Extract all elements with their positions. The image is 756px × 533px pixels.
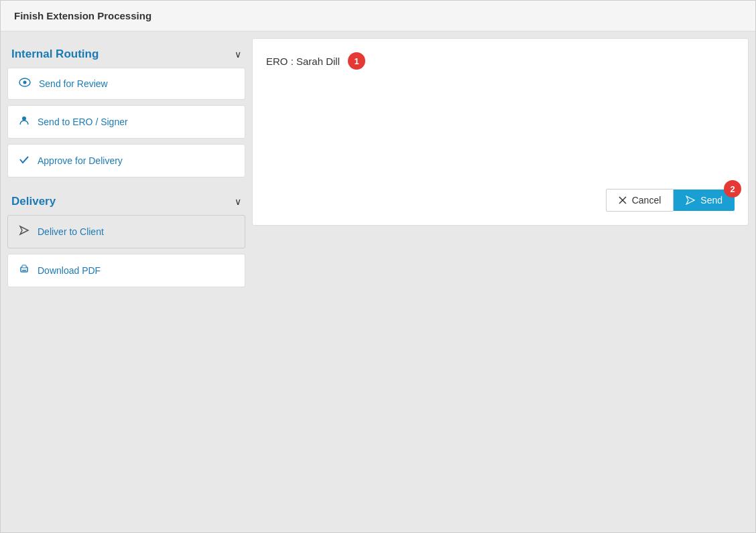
delivery-section: Delivery ∨ Deliver to Client	[7, 185, 245, 293]
svg-point-1	[23, 81, 27, 84]
download-pdf-label: Download PDF	[38, 265, 101, 276]
internal-routing-header[interactable]: Internal Routing ∨	[7, 38, 245, 68]
svg-rect-6	[22, 270, 26, 271]
delivery-header[interactable]: Delivery ∨	[7, 185, 245, 215]
badge-1: 1	[348, 52, 365, 70]
sidebar-item-deliver-to-client[interactable]: Deliver to Client	[7, 215, 245, 248]
send-icon	[686, 196, 695, 205]
sidebar: Internal Routing ∨ Send for Review	[7, 38, 245, 526]
ero-info: ERO : Sarah Dill 1	[266, 52, 735, 70]
send-to-ero-label: Send to ERO / Signer	[38, 117, 128, 127]
right-panel: ERO : Sarah Dill 1 Cancel	[252, 38, 749, 226]
internal-routing-title: Internal Routing	[11, 48, 99, 61]
title-bar: Finish Extension Processing	[1, 1, 755, 31]
svg-marker-3	[20, 226, 28, 234]
main-content: Internal Routing ∨ Send for Review	[1, 31, 755, 532]
cancel-x-icon	[619, 196, 627, 204]
deliver-to-client-label: Deliver to Client	[38, 226, 104, 237]
send-button[interactable]: Send 2	[674, 189, 735, 211]
check-icon	[19, 154, 29, 167]
internal-routing-chevron: ∨	[235, 49, 241, 60]
delivery-chevron: ∨	[235, 196, 241, 207]
page-title: Finish Extension Processing	[14, 10, 151, 21]
delivery-title: Delivery	[11, 195, 56, 208]
eye-icon	[19, 78, 31, 90]
send-for-review-label: Send for Review	[39, 78, 108, 89]
print-icon	[19, 264, 29, 277]
panel-footer: Cancel Send 2	[266, 189, 735, 212]
svg-marker-9	[686, 196, 694, 204]
sidebar-item-send-for-review[interactable]: Send for Review	[7, 68, 245, 100]
deliver-icon	[19, 225, 29, 238]
user-icon	[19, 115, 29, 129]
ero-label: ERO : Sarah Dill	[266, 56, 340, 67]
svg-rect-5	[22, 265, 26, 268]
sidebar-item-approve-delivery[interactable]: Approve for Delivery	[7, 144, 245, 177]
cancel-button[interactable]: Cancel	[606, 189, 674, 212]
app-container: Finish Extension Processing Internal Rou…	[0, 0, 756, 533]
approve-delivery-label: Approve for Delivery	[38, 155, 123, 166]
svg-point-2	[22, 117, 26, 121]
sidebar-item-send-to-ero[interactable]: Send to ERO / Signer	[7, 105, 245, 139]
badge-2: 2	[724, 180, 741, 198]
sidebar-item-download-pdf[interactable]: Download PDF	[7, 254, 245, 287]
